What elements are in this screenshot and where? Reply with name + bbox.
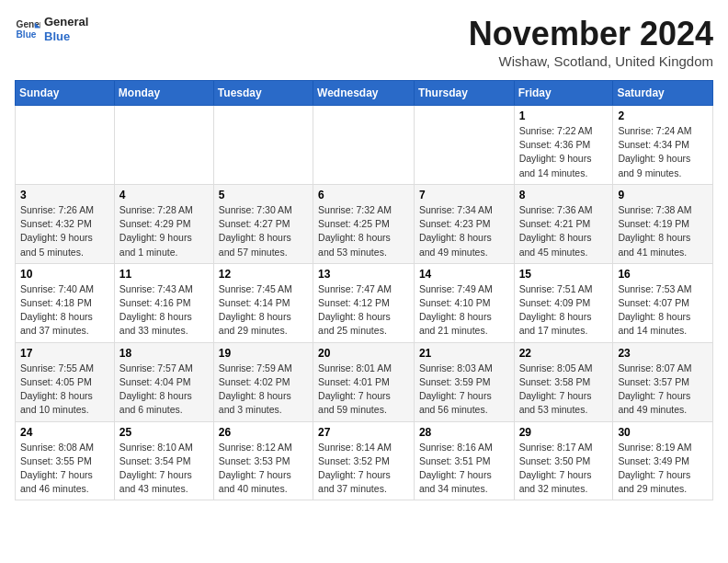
calendar-cell: 8Sunrise: 7:36 AM Sunset: 4:21 PM Daylig… [514, 184, 613, 263]
day-number: 30 [618, 426, 708, 439]
day-info: Sunrise: 8:14 AM Sunset: 3:52 PM Dayligh… [318, 441, 409, 497]
calendar-cell: 13Sunrise: 7:47 AM Sunset: 4:12 PM Dayli… [313, 263, 415, 342]
day-number: 9 [618, 189, 708, 201]
calendar-cell: 15Sunrise: 7:51 AM Sunset: 4:09 PM Dayli… [514, 263, 613, 342]
weekday-header: Wednesday [313, 81, 415, 106]
calendar-cell: 3Sunrise: 7:26 AM Sunset: 4:32 PM Daylig… [16, 184, 115, 263]
calendar-cell: 25Sunrise: 8:10 AM Sunset: 3:54 PM Dayli… [114, 421, 213, 500]
day-number: 24 [20, 426, 109, 439]
day-number: 29 [519, 426, 609, 439]
calendar-cell: 17Sunrise: 7:55 AM Sunset: 4:05 PM Dayli… [16, 342, 115, 421]
calendar-cell: 18Sunrise: 7:57 AM Sunset: 4:04 PM Dayli… [114, 342, 213, 421]
day-number: 28 [419, 426, 509, 439]
calendar-week-row: 10Sunrise: 7:40 AM Sunset: 4:18 PM Dayli… [16, 263, 713, 342]
calendar-cell [414, 106, 514, 185]
page-header: General Blue General Blue November 2024 … [15, 15, 713, 69]
logo: General Blue General Blue [15, 15, 88, 43]
logo-icon: General Blue [15, 17, 40, 42]
calendar-cell: 20Sunrise: 8:01 AM Sunset: 4:01 PM Dayli… [313, 342, 415, 421]
calendar-cell: 12Sunrise: 7:45 AM Sunset: 4:14 PM Dayli… [213, 263, 313, 342]
day-info: Sunrise: 7:32 AM Sunset: 4:25 PM Dayligh… [318, 203, 409, 259]
day-number: 25 [119, 426, 209, 439]
day-info: Sunrise: 7:24 AM Sunset: 4:34 PM Dayligh… [618, 124, 708, 180]
calendar-cell: 22Sunrise: 8:05 AM Sunset: 3:58 PM Dayli… [514, 342, 613, 421]
day-info: Sunrise: 8:16 AM Sunset: 3:51 PM Dayligh… [419, 441, 509, 497]
day-info: Sunrise: 7:40 AM Sunset: 4:18 PM Dayligh… [20, 282, 109, 339]
day-number: 13 [318, 268, 409, 281]
calendar-cell: 30Sunrise: 8:19 AM Sunset: 3:49 PM Dayli… [613, 421, 713, 500]
calendar-cell: 26Sunrise: 8:12 AM Sunset: 3:53 PM Dayli… [213, 421, 313, 500]
day-number: 10 [20, 268, 109, 281]
calendar-cell [114, 106, 213, 185]
day-number: 16 [618, 268, 708, 281]
day-number: 3 [20, 189, 109, 201]
title-area: November 2024 Wishaw, Scotland, United K… [469, 15, 713, 69]
day-number: 26 [219, 426, 308, 439]
calendar-cell [16, 106, 115, 185]
day-info: Sunrise: 7:59 AM Sunset: 4:02 PM Dayligh… [219, 362, 308, 418]
calendar-week-row: 17Sunrise: 7:55 AM Sunset: 4:05 PM Dayli… [16, 342, 713, 421]
day-number: 15 [519, 268, 609, 281]
day-number: 22 [519, 347, 609, 360]
day-info: Sunrise: 8:03 AM Sunset: 3:59 PM Dayligh… [419, 362, 509, 418]
calendar-week-row: 1Sunrise: 7:22 AM Sunset: 4:36 PM Daylig… [16, 106, 713, 185]
calendar-cell: 2Sunrise: 7:24 AM Sunset: 4:34 PM Daylig… [613, 106, 713, 185]
weekday-header: Monday [114, 81, 213, 106]
calendar-cell: 19Sunrise: 7:59 AM Sunset: 4:02 PM Dayli… [213, 342, 313, 421]
day-number: 23 [618, 347, 708, 360]
day-number: 11 [119, 268, 209, 281]
calendar-cell: 9Sunrise: 7:38 AM Sunset: 4:19 PM Daylig… [613, 184, 713, 263]
calendar-cell: 6Sunrise: 7:32 AM Sunset: 4:25 PM Daylig… [313, 184, 415, 263]
weekday-header: Friday [514, 81, 613, 106]
calendar-cell: 28Sunrise: 8:16 AM Sunset: 3:51 PM Dayli… [414, 421, 514, 500]
calendar-cell: 1Sunrise: 7:22 AM Sunset: 4:36 PM Daylig… [514, 106, 613, 185]
weekday-header: Tuesday [213, 81, 313, 106]
calendar-table: SundayMondayTuesdayWednesdayThursdayFrid… [15, 80, 713, 500]
day-info: Sunrise: 8:10 AM Sunset: 3:54 PM Dayligh… [119, 441, 209, 497]
calendar-cell [213, 106, 313, 185]
day-info: Sunrise: 7:28 AM Sunset: 4:29 PM Dayligh… [119, 203, 209, 259]
calendar-cell: 7Sunrise: 7:34 AM Sunset: 4:23 PM Daylig… [414, 184, 514, 263]
day-number: 21 [419, 347, 509, 360]
day-info: Sunrise: 8:19 AM Sunset: 3:49 PM Dayligh… [618, 441, 708, 497]
day-number: 2 [618, 109, 708, 122]
day-info: Sunrise: 7:49 AM Sunset: 4:10 PM Dayligh… [419, 282, 509, 339]
day-number: 6 [318, 189, 409, 201]
day-number: 20 [318, 347, 409, 360]
calendar-cell: 10Sunrise: 7:40 AM Sunset: 4:18 PM Dayli… [16, 263, 115, 342]
day-info: Sunrise: 8:08 AM Sunset: 3:55 PM Dayligh… [20, 441, 109, 497]
day-number: 7 [419, 189, 509, 201]
day-number: 27 [318, 426, 409, 439]
calendar-week-row: 3Sunrise: 7:26 AM Sunset: 4:32 PM Daylig… [16, 184, 713, 263]
day-info: Sunrise: 7:51 AM Sunset: 4:09 PM Dayligh… [519, 282, 609, 339]
calendar-cell [313, 106, 415, 185]
day-info: Sunrise: 8:07 AM Sunset: 3:57 PM Dayligh… [618, 362, 708, 418]
weekday-header: Thursday [414, 81, 514, 106]
calendar-header-row: SundayMondayTuesdayWednesdayThursdayFrid… [16, 81, 713, 106]
calendar-cell: 5Sunrise: 7:30 AM Sunset: 4:27 PM Daylig… [213, 184, 313, 263]
day-info: Sunrise: 7:53 AM Sunset: 4:07 PM Dayligh… [618, 282, 708, 339]
calendar-cell: 24Sunrise: 8:08 AM Sunset: 3:55 PM Dayli… [16, 421, 115, 500]
day-number: 14 [419, 268, 509, 281]
calendar-cell: 23Sunrise: 8:07 AM Sunset: 3:57 PM Dayli… [613, 342, 713, 421]
day-info: Sunrise: 8:05 AM Sunset: 3:58 PM Dayligh… [519, 362, 609, 418]
day-info: Sunrise: 7:47 AM Sunset: 4:12 PM Dayligh… [318, 282, 409, 339]
day-info: Sunrise: 7:34 AM Sunset: 4:23 PM Dayligh… [419, 203, 509, 259]
day-number: 12 [219, 268, 308, 281]
day-info: Sunrise: 7:36 AM Sunset: 4:21 PM Dayligh… [519, 203, 609, 259]
day-info: Sunrise: 7:57 AM Sunset: 4:04 PM Dayligh… [119, 362, 209, 418]
weekday-header: Sunday [16, 81, 115, 106]
calendar-cell: 16Sunrise: 7:53 AM Sunset: 4:07 PM Dayli… [613, 263, 713, 342]
logo-line1: General [44, 15, 88, 29]
calendar-cell: 21Sunrise: 8:03 AM Sunset: 3:59 PM Dayli… [414, 342, 514, 421]
day-info: Sunrise: 7:38 AM Sunset: 4:19 PM Dayligh… [618, 203, 708, 259]
day-info: Sunrise: 7:43 AM Sunset: 4:16 PM Dayligh… [119, 282, 209, 339]
day-info: Sunrise: 7:22 AM Sunset: 4:36 PM Dayligh… [519, 124, 609, 180]
calendar-cell: 14Sunrise: 7:49 AM Sunset: 4:10 PM Dayli… [414, 263, 514, 342]
weekday-header: Saturday [613, 81, 713, 106]
day-info: Sunrise: 7:26 AM Sunset: 4:32 PM Dayligh… [20, 203, 109, 259]
day-info: Sunrise: 7:45 AM Sunset: 4:14 PM Dayligh… [219, 282, 308, 339]
day-info: Sunrise: 7:30 AM Sunset: 4:27 PM Dayligh… [219, 203, 308, 259]
day-number: 5 [219, 189, 308, 201]
svg-text:Blue: Blue [17, 29, 37, 40]
